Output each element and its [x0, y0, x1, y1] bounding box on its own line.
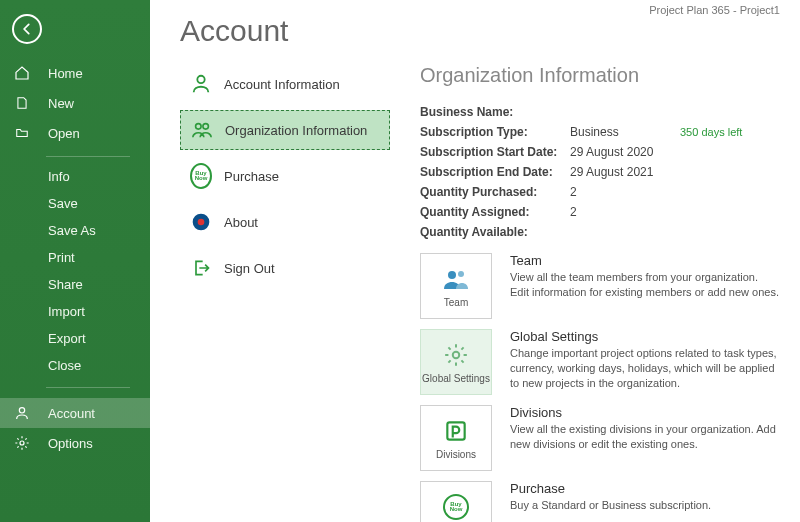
- window-title: Project Plan 365 - Project1: [649, 4, 780, 16]
- card-purchase: BuyNow Purchase PurchaseBuy a Standard o…: [420, 481, 780, 522]
- card-desc: View all the team members from your orga…: [510, 270, 780, 300]
- sidebar: Home New Open Info Save Save As Print Sh…: [0, 0, 150, 522]
- sign-out-icon: [190, 257, 212, 279]
- file-icon: [14, 95, 30, 111]
- sidebar-item-save-as[interactable]: Save As: [0, 217, 150, 244]
- sidebar-item-print[interactable]: Print: [0, 244, 150, 271]
- sidebar-divider: [46, 156, 130, 157]
- row-qty-assigned: Quantity Assigned:2: [420, 205, 780, 219]
- tile-team[interactable]: Team: [420, 253, 492, 319]
- sidebar-item-info[interactable]: Info: [0, 163, 150, 190]
- sidebar-item-close[interactable]: Close: [0, 352, 150, 379]
- section-heading: Organization Information: [420, 64, 780, 87]
- sidebar-divider: [46, 387, 130, 388]
- svg-point-2: [197, 76, 204, 83]
- home-icon: [14, 65, 30, 81]
- svg-point-0: [19, 408, 24, 413]
- account-menu-about[interactable]: About: [180, 202, 390, 242]
- sidebar-item-home[interactable]: Home: [0, 58, 150, 88]
- divisions-icon: [443, 417, 469, 445]
- card-desc: Change important project options related…: [510, 346, 780, 391]
- card-divisions: Divisions DivisionsView all the existing…: [420, 405, 780, 471]
- folder-open-icon: [14, 125, 30, 141]
- person-icon: [14, 405, 30, 421]
- gear-icon: [14, 435, 30, 451]
- account-menu: Account Information Organization Informa…: [180, 64, 390, 522]
- about-icon: [190, 211, 212, 233]
- tile-divisions[interactable]: Divisions: [420, 405, 492, 471]
- card-desc: Buy a Standard or Business subscription.: [510, 498, 780, 513]
- card-title: Divisions: [510, 405, 780, 420]
- row-subscription-start: Subscription Start Date:29 August 2020: [420, 145, 780, 159]
- card-global-settings: Global Settings Global SettingsChange im…: [420, 329, 780, 395]
- sidebar-item-open[interactable]: Open: [0, 118, 150, 148]
- card-title: Purchase: [510, 481, 780, 496]
- account-menu-sign-out[interactable]: Sign Out: [180, 248, 390, 288]
- page-title: Account: [180, 14, 800, 48]
- organization-icon: [191, 119, 213, 141]
- tile-purchase[interactable]: BuyNow Purchase: [420, 481, 492, 522]
- sidebar-item-share[interactable]: Share: [0, 271, 150, 298]
- svg-point-1: [20, 441, 24, 445]
- gear-icon: [443, 341, 469, 369]
- card-title: Team: [510, 253, 780, 268]
- back-button[interactable]: [12, 14, 42, 44]
- card-desc: View all the existing divisions in your …: [510, 422, 780, 452]
- person-icon: [190, 73, 212, 95]
- org-info-panel: Organization Information Business Name: …: [420, 64, 800, 522]
- card-title: Global Settings: [510, 329, 780, 344]
- svg-point-7: [448, 271, 456, 279]
- days-left-badge: 350 days left: [680, 126, 742, 138]
- row-qty-purchased: Quantity Purchased:2: [420, 185, 780, 199]
- sidebar-item-label: Open: [48, 126, 80, 141]
- account-menu-org-info[interactable]: Organization Information: [180, 110, 390, 150]
- svg-point-6: [198, 219, 205, 226]
- sidebar-item-import[interactable]: Import: [0, 298, 150, 325]
- main-panel: Project Plan 365 - Project1 Account Acco…: [150, 0, 800, 522]
- row-subscription-type: Subscription Type:Business350 days left: [420, 125, 780, 139]
- sidebar-item-label: Options: [48, 436, 93, 451]
- tile-global-settings[interactable]: Global Settings: [420, 329, 492, 395]
- svg-point-4: [203, 124, 209, 129]
- sidebar-item-account[interactable]: Account: [0, 398, 150, 428]
- sidebar-item-label: New: [48, 96, 74, 111]
- account-menu-account-info[interactable]: Account Information: [180, 64, 390, 104]
- row-qty-available: Quantity Available:: [420, 225, 780, 239]
- account-menu-purchase[interactable]: BuyNow Purchase: [180, 156, 390, 196]
- row-business-name: Business Name:: [420, 105, 780, 119]
- sidebar-item-export[interactable]: Export: [0, 325, 150, 352]
- team-icon: [441, 265, 471, 293]
- sidebar-item-options[interactable]: Options: [0, 428, 150, 458]
- buy-now-icon: BuyNow: [190, 165, 212, 187]
- svg-point-9: [453, 351, 460, 358]
- card-team: Team TeamView all the team members from …: [420, 253, 780, 319]
- sidebar-item-new[interactable]: New: [0, 88, 150, 118]
- svg-point-8: [458, 271, 464, 277]
- sidebar-item-save[interactable]: Save: [0, 190, 150, 217]
- row-subscription-end: Subscription End Date:29 August 2021: [420, 165, 780, 179]
- svg-point-3: [196, 124, 202, 129]
- arrow-left-icon: [20, 22, 34, 36]
- sidebar-item-label: Home: [48, 66, 83, 81]
- buy-now-icon: BuyNow: [443, 493, 469, 521]
- svg-rect-10: [447, 422, 464, 439]
- sidebar-item-label: Account: [48, 406, 95, 421]
